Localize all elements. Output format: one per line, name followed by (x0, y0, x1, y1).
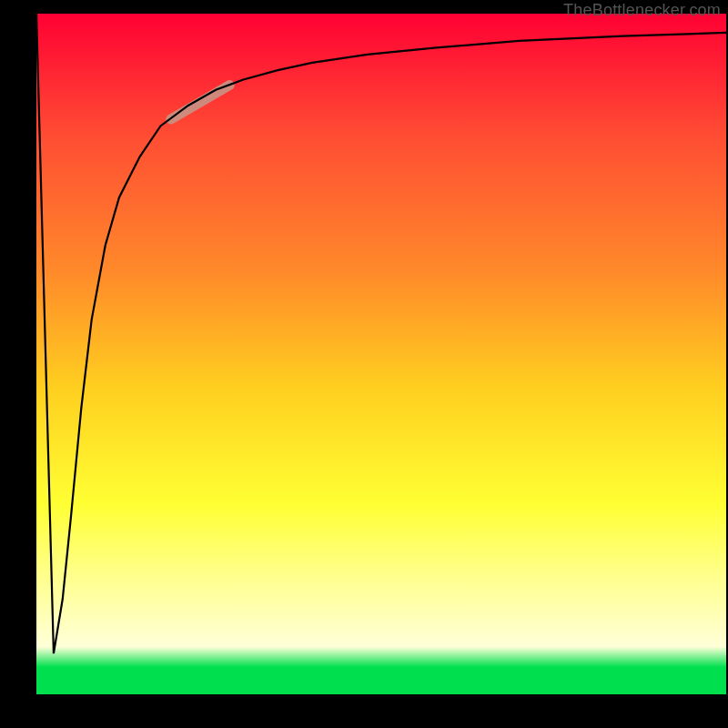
page-root: TheBottlenecker.com (0, 0, 728, 728)
curve-svg (36, 14, 726, 694)
bottleneck-curve (36, 14, 726, 653)
plot-area: TheBottlenecker.com (36, 14, 726, 694)
curve-highlight-segment (171, 86, 229, 119)
